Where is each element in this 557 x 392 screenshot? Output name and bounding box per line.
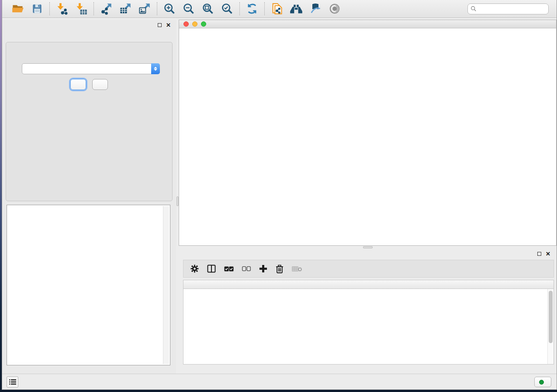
network-window [179, 20, 557, 246]
open-file-icon[interactable] [11, 2, 24, 15]
first-neighbors-icon[interactable] [290, 2, 303, 15]
delete-column-icon[interactable] [276, 265, 284, 273]
select-all-rows-icon[interactable] [224, 266, 234, 272]
new-network-from-selection-icon[interactable] [270, 2, 284, 15]
table-toolbar [183, 260, 554, 278]
desktop-wallpaper: ✕ [0, 0, 557, 392]
deselect-all-rows-icon[interactable] [242, 266, 251, 271]
add-column-icon[interactable] [259, 265, 267, 273]
close-panel-icon[interactable]: ✕ [546, 251, 550, 257]
save-session-icon[interactable] [31, 2, 44, 15]
mcds-result-scrollbar[interactable] [163, 206, 169, 364]
zoom-selected-icon[interactable] [221, 2, 234, 15]
maximize-window-icon[interactable] [201, 21, 206, 27]
float-panel-icon[interactable] [537, 252, 541, 256]
export-network-icon[interactable] [100, 2, 113, 15]
search-input[interactable] [478, 6, 548, 12]
mcds-tab-content [6, 42, 173, 201]
zoom-out-icon[interactable] [182, 2, 195, 15]
toggle-column-pane-icon[interactable] [207, 265, 216, 273]
network-canvas-svg [179, 28, 556, 245]
status-bar [2, 374, 557, 389]
hide-selected-icon[interactable] [309, 2, 322, 15]
settings-gear-icon[interactable] [190, 265, 199, 273]
task-list-icon [9, 379, 16, 385]
float-panel-icon[interactable] [158, 23, 162, 27]
memory-button[interactable] [534, 377, 551, 387]
export-table-icon[interactable] [119, 2, 132, 15]
cytoscape-window: ✕ [2, 0, 557, 390]
control-panel-titlebar: ✕ [2, 20, 176, 30]
node-table-body [183, 289, 547, 364]
table-scrollbar[interactable] [547, 289, 554, 364]
zoom-fit-icon[interactable] [201, 2, 214, 15]
main-toolbar [2, 0, 557, 18]
import-table-icon[interactable] [75, 2, 88, 15]
import-network-icon[interactable] [55, 2, 69, 15]
network-canvas[interactable] [179, 28, 556, 245]
splitter-grip[interactable] [176, 196, 179, 206]
task-history-button[interactable] [7, 376, 18, 388]
run-mcds-button[interactable] [70, 79, 86, 90]
table-scrollbar-thumb[interactable] [549, 291, 553, 343]
memory-status-icon [539, 380, 544, 385]
mcds-result-list[interactable] [8, 208, 162, 364]
delete-table-icon [292, 266, 302, 272]
graphics-details-icon[interactable] [328, 2, 341, 15]
close-panel-icon[interactable]: ✕ [166, 22, 171, 28]
search-icon [471, 6, 477, 12]
refresh-layout-icon[interactable] [246, 2, 259, 15]
node-table-header [183, 280, 554, 289]
export-image-icon[interactable] [138, 2, 151, 15]
network-window-titlebar[interactable] [179, 20, 556, 28]
select-stepper-icon [151, 63, 160, 74]
mcds-result-box [7, 205, 170, 365]
splitter-grip[interactable] [363, 246, 373, 248]
close-window-icon[interactable] [183, 21, 189, 27]
minimize-window-icon[interactable] [192, 21, 197, 27]
search-box [467, 3, 549, 14]
table-panel-titlebar: ✕ [179, 248, 557, 259]
zoom-in-icon[interactable] [163, 2, 176, 15]
close-panel-button[interactable] [92, 79, 108, 90]
optimization-criterion-select[interactable] [22, 63, 160, 74]
control-panel: ✕ [2, 20, 176, 374]
node-table [183, 280, 554, 364]
table-panel: ✕ [179, 248, 557, 374]
